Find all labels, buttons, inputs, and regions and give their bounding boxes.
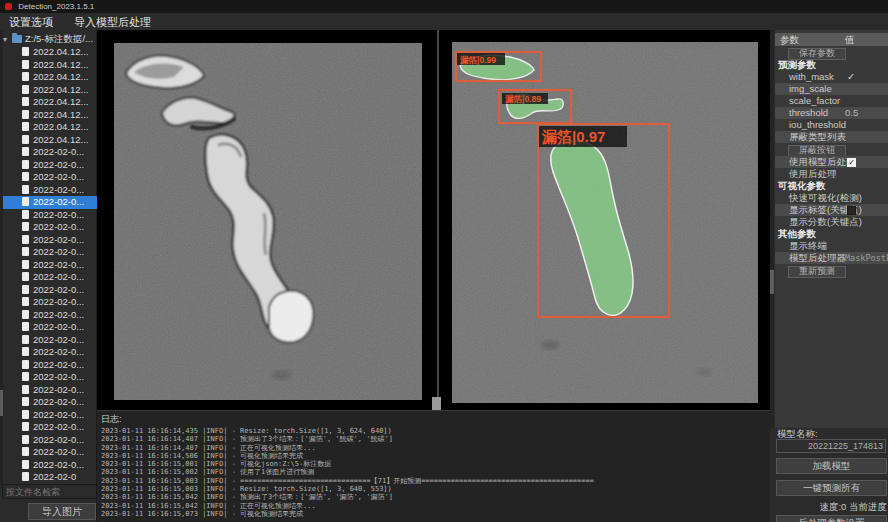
tree-item-label: 2022-02-0... <box>33 384 84 395</box>
postprocess-settings-button[interactable]: 后处理参数设置 <box>776 515 887 522</box>
tree-item[interactable]: 2022-02-0... <box>0 209 97 222</box>
tree-item[interactable]: 2022-02-0... <box>0 334 97 347</box>
tree-item[interactable]: 2022-02-0... <box>0 359 97 372</box>
tree-item-label: 2022-02-0... <box>33 171 84 182</box>
tree-scrollbar-thumb[interactable] <box>0 390 3 416</box>
param-section-header: 可视化参数 <box>775 180 888 192</box>
checkbox-checked[interactable]: ✓ <box>847 158 856 167</box>
tree-item[interactable]: 2022-02-0... <box>0 284 97 297</box>
log-line: 2023-01-11 16:16:15,003 |INFO| - Resize:… <box>97 485 770 493</box>
model-name-field[interactable]: 20221225_174813 <box>776 439 886 453</box>
param-row[interactable]: img_scale <box>775 83 888 95</box>
param-row[interactable]: 模型后处理器MaskPostPro <box>775 252 888 264</box>
tree-item[interactable]: 2022-02-0... <box>0 234 97 247</box>
tree-item[interactable]: 2022-02-0... <box>0 196 97 209</box>
tree-scrollbar[interactable] <box>0 30 3 486</box>
tree-item[interactable]: 2022-02-0... <box>0 271 97 284</box>
splitter-handle[interactable] <box>432 397 441 410</box>
chevron-down-icon[interactable]: ▾ <box>3 33 11 46</box>
tree-item[interactable]: 2022.04.12... <box>0 109 97 122</box>
menu-import-postprocess[interactable]: 导入模型后处理 <box>65 13 160 30</box>
tree-item[interactable]: 2022-02-0... <box>0 171 97 184</box>
tree-item[interactable]: 2022-02-0 <box>0 471 97 484</box>
tree-item-label: 2022-02-0 <box>33 471 76 482</box>
tree-item[interactable]: 2022-02-0... <box>0 321 97 334</box>
tree-item-label: 2022.04.12... <box>33 121 88 132</box>
tree-item[interactable]: 2022-02-0... <box>0 384 97 397</box>
predict-all-button[interactable]: 一键预测所有 <box>776 480 887 496</box>
log-title: 日志: <box>97 411 770 427</box>
log-line: 2023-01-11 16:16:15,042 |INFO| - 正在可视化预测… <box>97 502 770 510</box>
log-panel[interactable]: 日志: 2023-01-11 16:16:14,435 |INFO| - Res… <box>97 410 770 522</box>
params-scrollbar[interactable] <box>770 30 774 428</box>
tree-item[interactable]: 2022-02-0... <box>0 184 97 197</box>
tree-item[interactable]: 2022.04.12... <box>0 96 97 109</box>
tree-item[interactable]: 2022.04.12... <box>0 59 97 72</box>
tree-item[interactable]: 2022-02-0... <box>0 421 97 434</box>
tree-item-label: 2022.04.12... <box>33 109 88 120</box>
param-row[interactable]: threshold0.5 <box>775 107 888 119</box>
file-icon <box>22 260 29 269</box>
checkbox-unchecked[interactable] <box>847 206 856 215</box>
file-icon <box>22 72 29 81</box>
tree-item[interactable]: 2022-02-0... <box>0 396 97 409</box>
tree-item-label: 2022-02-0... <box>33 359 84 370</box>
tree-item[interactable]: 2022-02-0... <box>0 459 97 472</box>
tree-item[interactable]: 2022.04.12... <box>0 84 97 97</box>
tree-item[interactable]: 2022-02-0... <box>0 146 97 159</box>
tree-item[interactable]: 2022-02-0... <box>0 246 97 259</box>
import-images-button[interactable]: 导入图片 <box>28 503 96 520</box>
tree-item[interactable]: 2022.04.12... <box>0 121 97 134</box>
param-row[interactable]: 使用模型后处理✓ <box>775 156 888 168</box>
param-row[interactable]: with_mask✓ <box>775 71 888 83</box>
tree-item-label: 2022.04.12... <box>33 84 88 95</box>
file-icon <box>22 422 29 431</box>
tree-item-label: 2022-02-0... <box>33 309 84 320</box>
param-row[interactable]: iou_threshold <box>775 119 888 131</box>
prediction-image[interactable]: 漏箔|0.99 漏箔|0.89 漏箔|0.97 <box>452 42 758 403</box>
tree-item[interactable]: 2022-02-0... <box>0 309 97 322</box>
tree-item[interactable]: 2022-02-0... <box>0 221 97 234</box>
param-button[interactable]: 保存参数 <box>788 48 846 60</box>
param-row[interactable]: scale_factor <box>775 95 888 107</box>
filename-search-input[interactable] <box>2 484 97 499</box>
param-label: 使用模型后处理 <box>775 156 856 167</box>
param-row[interactable]: 显示终端 <box>775 240 888 252</box>
tree-item[interactable]: 2022-02-0... <box>0 259 97 272</box>
param-row[interactable]: 显示标签(关键点) <box>775 204 888 216</box>
param-label: 显示分数(关键点) <box>775 216 862 227</box>
param-row[interactable]: 显示分数(关键点) <box>775 216 888 228</box>
param-row[interactable]: 屏蔽类型列表 <box>775 131 888 143</box>
file-icon <box>22 185 29 194</box>
tree-root[interactable]: ▾Z:/5-标注数据/... <box>0 32 97 46</box>
file-icon <box>22 360 29 369</box>
param-button-row: 屏蔽按钮 <box>775 143 888 156</box>
param-button[interactable]: 屏蔽按钮 <box>788 145 846 157</box>
file-icon <box>22 272 29 281</box>
app-window: Detection_2023.1.5.1 设置选项 导入模型后处理 ▾Z:/5-… <box>0 0 888 522</box>
tree-item-label: 2022-02-0... <box>33 459 84 470</box>
load-model-button[interactable]: 加载模型 <box>776 458 887 474</box>
file-icon <box>22 435 29 444</box>
tree-item[interactable]: 2022.04.12... <box>0 71 97 84</box>
tree-item[interactable]: 2022-02-0... <box>0 346 97 359</box>
tree-item-label: 2022-02-0... <box>33 446 84 457</box>
tree-item[interactable]: 2022-02-0... <box>0 159 97 172</box>
original-image[interactable] <box>114 43 422 400</box>
tree-item[interactable]: 2022.04.12... <box>0 46 97 59</box>
file-icon <box>22 347 29 356</box>
tree-item[interactable]: 2022-02-0... <box>0 434 97 447</box>
param-label: 使用后处理 <box>775 168 837 179</box>
tree-item-label: 2022-02-0... <box>33 209 84 220</box>
menu-settings[interactable]: 设置选项 <box>0 13 62 30</box>
param-row[interactable]: 使用后处理 <box>775 168 888 180</box>
param-button[interactable]: 重新预测 <box>788 266 846 278</box>
param-row[interactable]: 快速可视化(检测) <box>775 192 888 204</box>
tree-item[interactable]: 2022.04.12... <box>0 134 97 147</box>
tree-item[interactable]: 2022-02-0... <box>0 409 97 422</box>
log-line: 2023-01-11 16:16:15,002 |INFO| - 使用了1张图片… <box>97 468 770 476</box>
tree-item[interactable]: 2022-02-0... <box>0 296 97 309</box>
tree-item[interactable]: 2022-02-0... <box>0 371 97 384</box>
tree-item[interactable]: 2022-02-0... <box>0 446 97 459</box>
params-scrollbar-thumb[interactable] <box>770 270 774 294</box>
